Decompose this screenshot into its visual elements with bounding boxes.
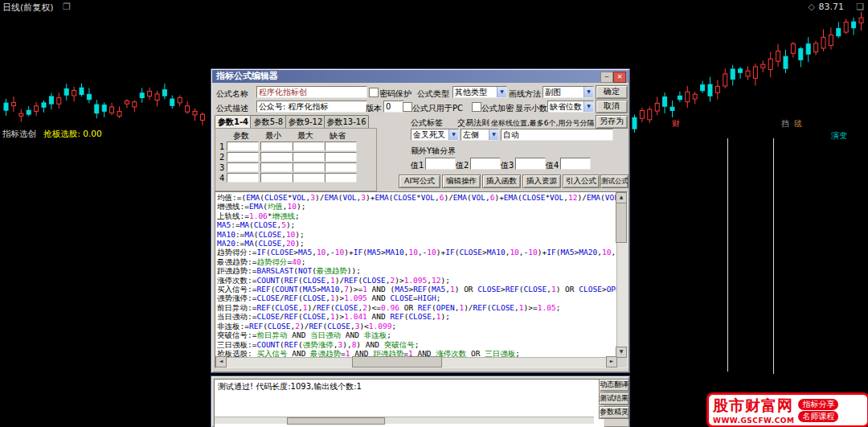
import-formula-button[interactable]: 引入公式 [563,174,600,188]
output-button-1[interactable]: 动态翻译 [599,379,629,392]
indicator-spike-line [773,138,774,374]
trade-rule-select[interactable]: 左侧 ▼ [461,129,499,141]
dropdown-arrow-icon[interactable]: ▼ [583,101,593,112]
tab-params-13-16[interactable]: 参数13-16 [324,115,369,128]
param-input[interactable] [293,173,325,183]
scroll-right-icon[interactable]: ► [606,356,617,367]
dropdown-arrow-icon[interactable]: ▼ [497,87,506,97]
param-input[interactable] [293,152,325,162]
y2-label: 值2 [456,160,469,171]
tab-params-5-8[interactable]: 参数5-8 [250,115,287,128]
output-button-3[interactable]: 参数精灵 [599,406,629,419]
y2-input[interactable] [470,158,501,170]
test-formula-button[interactable]: 测试公式 [600,174,628,188]
param-input[interactable] [293,162,325,172]
chart-topbar: 日线(前复权) ❐ ◇ 83.71 ❏ [0,0,868,14]
password-protect-checkbox[interactable] [369,88,379,97]
decimals-select[interactable]: 缺省位数 ▼ [547,101,594,113]
draw-method-select[interactable]: 副图 ▼ [542,86,594,98]
formula-type-label: 公式类型 [417,88,449,100]
output-button-2[interactable]: 测试结果 [599,392,629,405]
param-col-header: 最小 [265,130,281,142]
y4-label: 值4 [546,160,559,171]
formula-tags-select[interactable]: 金叉死叉 ▼ [411,129,459,141]
param-input[interactable] [227,162,259,172]
param-input[interactable] [260,173,293,183]
scroll-up-icon[interactable]: ▲ [616,192,627,203]
insert-function-button[interactable]: 插入函数 [482,174,521,188]
output-scroll-thumb[interactable] [287,417,385,425]
dropdown-arrow-icon[interactable]: ▼ [583,87,593,97]
scroll-down-icon[interactable]: ▼ [616,347,627,358]
edit-operations-button[interactable]: 编辑操作 [442,174,481,188]
decimals-value: 缺省位数 [548,101,583,112]
code-line: MA20:=MA(CLOSE,20); [217,239,617,248]
pc-only-checkbox[interactable] [403,102,412,112]
code-line: 三日强板:=COUNT(REF(强势涨停,3),8) AND 突破信号; [217,340,617,349]
cancel-button[interactable]: 取消 [596,100,628,113]
param-input[interactable] [325,173,357,183]
formula-code-editor[interactable]: 均值:=(EMA(CLOSE*VOL,3)/EMA(VOL,3)+EMA(CLO… [215,191,628,368]
output-horizontal-scrollbar[interactable] [215,417,594,424]
dialog-titlebar[interactable]: 指标公式编辑器 ─ ✕ [212,70,628,83]
logo-text-block: 股市财富网 WWW.GSCFW.COM [713,396,794,425]
password-protect-label: 密码保护 [379,88,411,100]
detach-icon[interactable]: ❐ [63,2,71,12]
formula-desc-input[interactable]: 公众号: 程序化指标 [256,101,367,113]
indicator-name: 指标选创 [2,129,36,138]
param-input[interactable] [325,162,357,172]
encrypt-checkbox[interactable] [472,102,481,112]
y3-input[interactable] [515,158,546,170]
version-input[interactable]: 0 [383,101,404,113]
tab-params-1-4[interactable]: 参数1-4 [215,115,252,128]
chart-marker: 演变 [831,130,847,142]
formula-tags-label: 公式标签 [411,117,443,129]
param-input[interactable] [325,152,357,162]
close-button[interactable]: ✕ [613,72,626,83]
logo-badge-indicator-share: 指标分享 [798,399,838,410]
ai-write-formula-button[interactable]: AI写公式 [399,174,440,188]
code-line: 前日异动:=REF(CLOSE,1)/REF(CLOSE,2)<=0.96 OR… [217,303,617,312]
y3-label: 值3 [501,160,514,171]
param-input[interactable] [260,142,293,151]
param-input[interactable] [325,142,357,151]
indicator-spike-line [727,138,728,372]
minimize-button[interactable]: ─ [600,72,613,83]
param-input[interactable] [293,142,325,151]
param-input[interactable] [260,162,293,172]
param-input[interactable] [227,142,259,151]
horizontal-scrollbar[interactable]: ◄ ► [215,357,617,367]
y1-input[interactable] [425,158,456,170]
app-screen: 日线(前复权) ❐ ◇ 83.71 ❏ 指标选创 抢板选股: 0.00 财 挡 … [0,0,868,427]
indicator-pane-header: 指标选创 抢板选股: 0.00 [2,129,102,140]
version-label: 版本 [366,103,382,114]
dropdown-arrow-icon[interactable]: ▼ [489,129,498,140]
tab-params-9-12[interactable]: 参数9-12 [285,115,326,128]
indicator-output-value: 抢板选股: 0.00 [43,129,101,138]
code-line: 上轨线:=1.06*增强线; [217,211,617,220]
vertical-scroll-thumb[interactable] [616,203,627,243]
scroll-left-icon[interactable]: ◄ [215,356,227,367]
vertical-scrollbar[interactable]: ▲ ▼ [616,192,627,358]
ok-button[interactable]: 确定 [596,85,628,99]
formula-type-select[interactable]: 其他类型 ▼ [452,86,507,98]
y4-input[interactable] [560,158,591,170]
draw-method-value: 副图 [543,87,583,97]
axis-position-label: 坐标线位置,最多6个,用分号分隔 [491,118,594,129]
panel-toggle-icon[interactable]: ❏ [856,2,864,12]
decimals-label: 显示小数 [515,103,547,114]
formula-name-input[interactable]: 程序化指标创 [256,86,367,98]
save-as-button[interactable]: 另存为 [596,115,628,129]
horizontal-scroll-thumb[interactable] [352,356,442,367]
axis-position-input[interactable]: 自动 [501,129,613,141]
encrypt-label: 公式加密 [481,103,514,114]
code-text: 均值:=(EMA(CLOSE*VOL,3)/EMA(VOL,3)+EMA(CLO… [215,192,617,358]
code-line: MA10:=MA(CLOSE,10); [217,230,617,239]
param-input[interactable] [227,173,259,183]
param-input[interactable] [260,152,293,162]
dropdown-arrow-icon[interactable]: ▼ [448,129,458,140]
param-row-label: 3 [219,163,224,172]
insert-resource-button[interactable]: 插入资源 [522,174,561,188]
param-input[interactable] [227,152,259,162]
code-line: 强势涨停:=CLOSE/REF(CLOSE,1)>1.095 AND CLOSE… [217,294,617,302]
